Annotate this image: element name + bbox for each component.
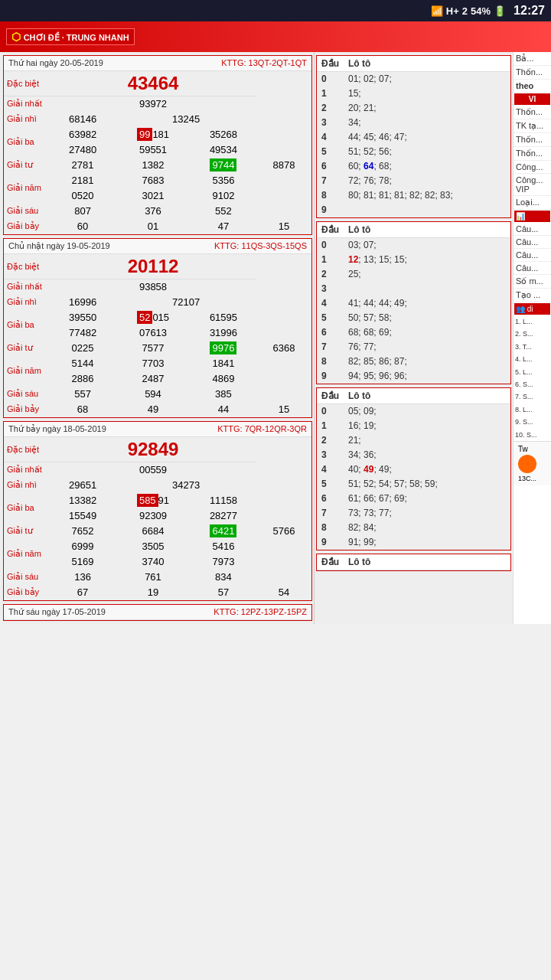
sidebar-item-thon4[interactable]: Thốn... — [514, 147, 551, 161]
sidebar-item-cau1[interactable]: Câu... — [514, 223, 551, 236]
giai-nam-2b: 7703 — [116, 356, 191, 371]
list-item: 551; 52; 54; 57; 58; 59; — [317, 477, 510, 492]
loto-section-1: Đầu Lô tô 001; 02; 07; 115; 220; 21; 334… — [316, 55, 511, 218]
giai-sau-3a: 136 — [50, 570, 116, 585]
sidebar-item-loai[interactable]: Loại... — [514, 196, 551, 210]
giai-bay-3b: 19 — [116, 585, 191, 600]
sidebar-item-theo[interactable]: theo — [514, 80, 551, 93]
loto-th-dau-3: Đầu — [317, 388, 344, 404]
giai-ba-1c: 35268 — [191, 127, 256, 142]
giai-bay-3a: 67 — [50, 585, 116, 600]
giai-nhat-row-3: Giải nhất 00559 — [4, 462, 311, 478]
giai-nam-3b: 3505 — [116, 539, 191, 554]
sidebar-item-cau4[interactable]: Câu... — [514, 262, 551, 275]
avatar — [518, 455, 546, 473]
list-item: 994; 95; 96; 96; — [317, 369, 510, 384]
giai-ba-1e: 59551 — [116, 142, 191, 158]
list-item: 001; 02; 07; — [317, 72, 510, 87]
giai-ba-2a: 39550 — [50, 310, 116, 325]
tw-section: Tw 13C... — [514, 441, 551, 485]
label-giai-nhi-2: Giải nhì — [4, 295, 50, 310]
sidebar-item-thon[interactable]: Thốn... — [514, 66, 551, 80]
giai-ba-2f: 31996 — [191, 325, 256, 341]
loto-table-2: Đầu Lô tô 003; 07; 112; 13; 15; 15; 225;… — [317, 222, 510, 384]
giai-nam-3d: 5169 — [50, 554, 116, 570]
giai-tu-row-1: Giải tư 2781 1382 9744 8878 — [4, 158, 311, 173]
sidebar-item-congvip[interactable]: Công... VIP — [514, 174, 551, 196]
sidebar-item-tkt[interactable]: TK tạ... — [514, 119, 551, 133]
sidebar-btn-red2[interactable]: 👥 di — [514, 303, 550, 315]
giai-nhi-1a: 68146 — [50, 112, 116, 127]
status-icons: 📶 H+ 2 54% 🔋 12:27 — [431, 4, 545, 18]
giai-ba-2c: 61595 — [191, 310, 256, 325]
battery-icon: 🔋 — [494, 5, 506, 17]
list-item: 661; 66; 67; 69; — [317, 492, 510, 506]
giai-bay-row-3: Giải bảy 67 19 57 54 — [4, 585, 311, 600]
label-giai-sau-2: Giải sáu — [4, 387, 50, 402]
giai-tu-row-2: Giải tư 0225 7577 9976 6368 — [4, 341, 311, 356]
sidebar-btn-vi[interactable]: VI — [514, 93, 550, 105]
sidebar-item-ba[interactable]: Bả... — [514, 52, 551, 66]
loto-th-lo-2: Lô tô — [344, 222, 510, 238]
loto-section-3: Đầu Lô tô 005; 09; 116; 19; 221; 334; 36… — [316, 387, 511, 550]
list-item-9: 9. S... — [514, 416, 551, 428]
label-giai-bay-3: Giải bảy — [4, 585, 50, 600]
sidebar-item-thon2[interactable]: Thốn... — [514, 106, 551, 119]
tw-label: Tw — [518, 445, 546, 453]
sidebar-item-cong1[interactable]: Công... — [514, 161, 551, 174]
giai-ba-3f: 28277 — [191, 508, 256, 524]
loto-body-2: 003; 07; 112; 13; 15; 15; 225; 3 441; 44… — [317, 238, 510, 384]
list-item: 115; — [317, 87, 510, 101]
giai-ba-2d: 77482 — [50, 325, 116, 341]
date-1: Thứ hai ngày 20-05-2019 — [8, 58, 103, 68]
status-bar: 📶 H+ 2 54% 🔋 12:27 — [0, 0, 551, 21]
sidebar-item-tao[interactable]: Tạo ... — [514, 289, 551, 302]
list-item-2: 2. S... — [514, 328, 551, 340]
label-giai-bay-1: Giải bảy — [4, 219, 50, 234]
giai-bay-1d: 15 — [256, 219, 311, 234]
giai-nhi-1b: 13245 — [116, 112, 256, 127]
giai-ba-3b-hl: 585 — [137, 494, 158, 507]
giai-tu-2b: 7577 — [116, 341, 191, 356]
giai-sau-row-1: Giải sáu 807 376 552 — [4, 204, 311, 219]
list-item-4: 4. L... — [514, 353, 551, 365]
kttg-4: KTTG: 12PZ-13PZ-15PZ — [214, 607, 307, 617]
giai-nhat-value-3: 00559 — [50, 462, 256, 478]
loto-body-1: 001; 02; 07; 115; 220; 21; 334; 444; 45;… — [317, 72, 510, 217]
sidebar-item-som[interactable]: Số m... — [514, 275, 551, 289]
loto-body-3: 005; 09; 116; 19; 221; 334; 36; 440; 49;… — [317, 404, 510, 550]
dac-biet-row-2: Đặc biệt 20112 — [4, 254, 311, 279]
section-header-2: Chủ nhật ngày 19-05-2019 KTTG: 11QS-3QS-… — [4, 239, 311, 254]
time-display: 12:27 — [514, 4, 545, 18]
giai-sau-3b: 761 — [116, 570, 191, 585]
list-item-1: 1. L... — [514, 315, 551, 328]
kttg-2: KTTG: 11QS-3QS-15QS — [214, 241, 307, 251]
giai-nam-row2-3: 5169 3740 7973 — [4, 554, 311, 570]
giai-ba-1a: 63982 — [50, 127, 116, 142]
giai-ba-1b-hl: 99 — [137, 128, 152, 141]
list-item: 444; 45; 46; 47; — [317, 130, 510, 145]
sidebar-item-cau2[interactable]: Câu... — [514, 236, 551, 249]
giai-tu-3c-hl: 6421 — [210, 524, 236, 537]
section-header-1: Thứ hai ngày 20-05-2019 KTTG: 13QT-2QT-1… — [4, 56, 311, 71]
lottery-table-1: Đặc biệt 43464 Giải nhất 93972 Giải nhì … — [4, 71, 311, 234]
giai-nam-1e: 3021 — [116, 188, 191, 204]
giai-nam-3f: 7973 — [191, 554, 256, 570]
loto-th-dau-2: Đầu — [317, 222, 344, 238]
giai-ba-1b-rest: 181 — [152, 129, 169, 140]
giai-ba-2b-hl: 52 — [137, 311, 152, 324]
sidebar-btn-red[interactable]: 📊 — [514, 211, 550, 222]
sidebar-item-thon3[interactable]: Thốn... — [514, 133, 551, 147]
giai-sau-1b: 376 — [116, 204, 191, 219]
label-giai-ba-1: Giải ba — [4, 127, 50, 158]
tw-count: 13C... — [518, 475, 546, 482]
giai-tu-2c-hl: 9976 — [210, 341, 236, 354]
label-giai-sau-1: Giải sáu — [4, 204, 50, 219]
giai-ba-row1-1: Giải ba 63982 99181 35268 — [4, 127, 311, 142]
network-icon: H+ — [446, 5, 459, 17]
loto-table-4: Đầu Lô tô — [317, 554, 510, 570]
sidebar-item-cau3[interactable]: Câu... — [514, 249, 551, 262]
giai-nam-1b: 7683 — [116, 173, 191, 188]
giai-tu-1c-hl: 9744 — [210, 158, 236, 172]
label-giai-tu-2: Giải tư — [4, 341, 50, 356]
